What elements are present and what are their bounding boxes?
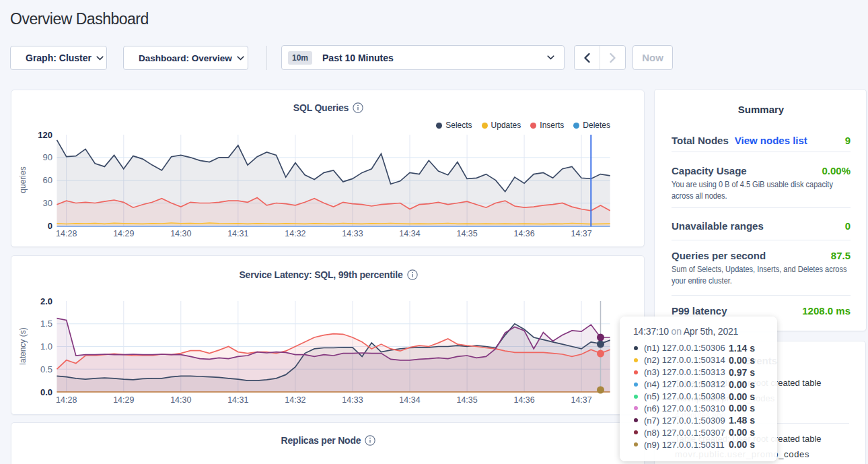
svg-text:14:32: 14:32: [285, 395, 305, 405]
svg-text:14:28: 14:28: [56, 395, 77, 405]
svg-text:latency (s): latency (s): [18, 327, 28, 364]
svg-text:14:29: 14:29: [113, 395, 134, 405]
svg-text:14:37: 14:37: [571, 395, 591, 405]
svg-text:30: 30: [43, 198, 52, 208]
svg-text:0.5: 0.5: [40, 364, 52, 374]
svg-text:14:30: 14:30: [170, 229, 191, 238]
svg-text:queries: queries: [18, 166, 28, 193]
svg-text:14:32: 14:32: [285, 229, 305, 238]
svg-text:0.0: 0.0: [40, 387, 52, 397]
svg-text:14:37: 14:37: [571, 229, 591, 238]
svg-text:14:36: 14:36: [513, 395, 534, 405]
svg-text:90: 90: [43, 152, 52, 162]
svg-text:14:34: 14:34: [399, 395, 420, 405]
svg-text:14:31: 14:31: [227, 395, 248, 405]
svg-text:60: 60: [43, 175, 52, 185]
svg-text:1.5: 1.5: [40, 319, 52, 329]
svg-text:14:30: 14:30: [170, 395, 191, 405]
svg-text:1.0: 1.0: [40, 341, 52, 352]
svg-text:14:34: 14:34: [399, 229, 420, 238]
svg-text:14:29: 14:29: [113, 229, 134, 238]
svg-text:14:35: 14:35: [456, 229, 477, 238]
svg-text:14:35: 14:35: [456, 395, 477, 405]
svg-text:120: 120: [38, 130, 52, 140]
svg-text:14:36: 14:36: [513, 229, 534, 238]
svg-text:2.0: 2.0: [40, 296, 52, 306]
svg-text:14:33: 14:33: [342, 229, 363, 238]
svg-text:14:28: 14:28: [56, 229, 77, 238]
svg-text:0: 0: [48, 221, 52, 231]
svg-text:14:33: 14:33: [342, 395, 363, 405]
svg-text:14:31: 14:31: [227, 229, 248, 238]
